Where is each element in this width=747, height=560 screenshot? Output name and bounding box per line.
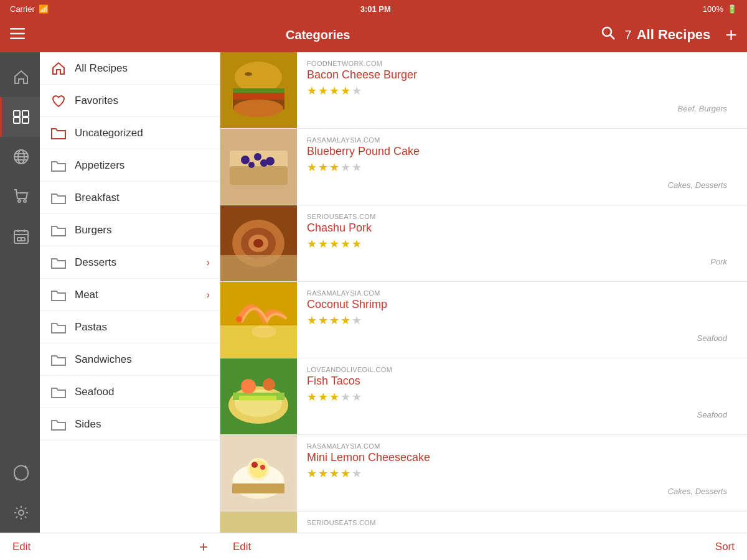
categories-panel: All Recipes Favorites Uncategorized (40, 52, 220, 533)
category-appetizers[interactable]: Appetizers (40, 149, 220, 182)
svg-rect-5 (14, 111, 20, 116)
svg-point-50 (251, 325, 276, 338)
recipe-item-mini-lemon-cheesecake[interactable]: RASAMALAYSIA.COM Mini Lemon Cheesecake ★… (220, 435, 747, 511)
category-label-seafood: Seafood (75, 386, 210, 398)
svg-line-4 (610, 35, 614, 40)
recipe-item-last[interactable]: SERIOUSEATS.COM (220, 511, 747, 533)
recipe-source-last: SERIOUSEATS.COM (307, 519, 737, 526)
sidebar-icon-sync[interactable] (0, 453, 40, 493)
category-seafood[interactable]: Seafood (40, 376, 220, 408)
category-favorites[interactable]: Favorites (40, 85, 220, 117)
recipe-item-blueberry-pound-cake[interactable]: RASAMALAYSIA.COM Blueberry Pound Cake ★ … (220, 129, 747, 205)
recipe-source-blueberry-pound-cake: RASAMALAYSIA.COM (307, 136, 658, 144)
svg-point-37 (254, 153, 261, 161)
add-recipe-button[interactable]: + (725, 24, 737, 47)
edit-recipes-button[interactable]: Edit (233, 541, 251, 553)
recipe-tags-bacon-cheese-burger: Beef, Burgers (672, 52, 747, 128)
recipe-stars-coconut-shrimp: ★ ★ ★ ★ ★ (307, 314, 662, 327)
star-4: ★ (341, 84, 350, 98)
recipe-info-coconut-shrimp: RASAMALAYSIA.COM Coconut Shrimp ★ ★ ★ ★ … (297, 282, 672, 358)
category-meat[interactable]: Meat › (40, 279, 220, 311)
svg-point-39 (248, 162, 255, 168)
category-all-recipes[interactable]: All Recipes (40, 52, 220, 85)
carrier-label: Carrier (10, 4, 35, 14)
sidebar-icon-home[interactable] (0, 57, 40, 97)
category-label-appetizers: Appetizers (75, 159, 210, 172)
svg-rect-1 (10, 33, 25, 35)
recipe-thumb-blueberry-pound-cake (220, 129, 297, 205)
recipe-count: 7 (625, 28, 632, 42)
recipe-label: All Recipes (637, 27, 711, 43)
folder-icon-appetizers (50, 157, 67, 174)
sidebar-icon-categories[interactable] (0, 97, 40, 137)
home-icon (50, 60, 67, 77)
recipe-info-bacon-cheese-burger: FOODNETWORK.COM Bacon Cheese Burger ★ ★ … (297, 52, 672, 128)
folder-icon-burgers (50, 222, 67, 239)
sidebar-icon-calendar[interactable] (0, 217, 40, 256)
battery-label: 100% (703, 4, 723, 14)
folder-icon-sandwiches (50, 351, 67, 368)
status-time: 3:01 PM (360, 4, 391, 14)
recipe-source-coconut-shrimp: RASAMALAYSIA.COM (307, 289, 662, 297)
recipe-item-fish-tacos[interactable]: LOVEANDOLIVEOIL.COM Fish Tacos ★ ★ ★ ★ ★… (220, 358, 747, 435)
category-label-uncategorized: Uncategorized (75, 127, 210, 139)
recipe-info-mini-lemon-cheesecake: RASAMALAYSIA.COM Mini Lemon Cheesecake ★… (297, 435, 668, 511)
search-button[interactable] (601, 26, 615, 44)
category-sides[interactable]: Sides (40, 408, 220, 441)
edit-categories-button[interactable]: Edit (12, 541, 31, 553)
star-5: ★ (352, 84, 362, 98)
recipe-info-chashu-pork: SERIOUSEATS.COM Chashu Pork ★ ★ ★ ★ ★ (297, 205, 672, 281)
bottom-bar-categories: Edit + (0, 533, 220, 560)
bottom-bar-recipes: Edit Sort (220, 533, 747, 560)
header-title: Categories (35, 28, 601, 42)
battery-icon: 🔋 (727, 4, 737, 14)
svg-rect-46 (220, 255, 297, 282)
recipe-stars-chashu-pork: ★ ★ ★ ★ ★ (307, 237, 662, 251)
svg-rect-6 (14, 118, 20, 123)
icon-sidebar (0, 52, 40, 533)
folder-open-icon (50, 124, 67, 142)
recipe-item-coconut-shrimp[interactable]: RASAMALAYSIA.COM Coconut Shrimp ★ ★ ★ ★ … (220, 282, 747, 358)
category-breakfast[interactable]: Breakfast (40, 182, 220, 214)
svg-rect-35 (230, 166, 288, 185)
recipe-thumb-coconut-shrimp (220, 282, 297, 358)
recipe-info-fish-tacos: LOVEANDOLIVEOIL.COM Fish Tacos ★ ★ ★ ★ ★ (297, 358, 672, 434)
svg-point-49 (236, 316, 242, 322)
svg-point-3 (603, 27, 611, 36)
recipe-title-bacon-cheese-burger: Bacon Cheese Burger (307, 68, 662, 82)
menu-button[interactable] (10, 27, 35, 43)
folder-icon-seafood (50, 383, 67, 401)
folder-icon-pastas (50, 319, 67, 336)
star-1: ★ (307, 84, 317, 98)
add-category-button[interactable]: + (199, 538, 208, 556)
category-uncategorized[interactable]: Uncategorized (40, 117, 220, 149)
category-label-favorites: Favorites (75, 95, 210, 107)
recipe-stars-fish-tacos: ★ ★ ★ ★ ★ (307, 390, 662, 404)
category-label-burgers: Burgers (75, 224, 210, 236)
chevron-right-icon-desserts: › (207, 257, 210, 268)
category-sandwiches[interactable]: Sandwiches (40, 343, 220, 376)
category-pastas[interactable]: Pastas (40, 311, 220, 343)
category-label-meat: Meat (75, 289, 207, 301)
sidebar-icon-settings[interactable] (0, 493, 40, 533)
category-label-pastas: Pastas (75, 321, 210, 334)
svg-point-65 (260, 465, 265, 470)
recipe-item-chashu-pork[interactable]: SERIOUSEATS.COM Chashu Pork ★ ★ ★ ★ ★ Po… (220, 205, 747, 282)
recipe-stars-bacon-cheese-burger: ★ ★ ★ ★ ★ (307, 84, 662, 98)
category-desserts[interactable]: Desserts › (40, 246, 220, 279)
recipe-tags-mini-lemon-cheesecake: Cakes, Desserts (668, 435, 747, 511)
sidebar-icon-globe[interactable] (0, 137, 40, 177)
recipe-title-coconut-shrimp: Coconut Shrimp (307, 298, 662, 311)
category-burgers[interactable]: Burgers (40, 214, 220, 246)
svg-point-55 (241, 379, 256, 394)
recipe-item-bacon-cheese-burger[interactable]: FOODNETWORK.COM Bacon Cheese Burger ★ ★ … (220, 52, 747, 129)
category-label-sandwiches: Sandwiches (75, 353, 210, 366)
sidebar-icon-cart[interactable] (0, 177, 40, 217)
category-label-breakfast: Breakfast (75, 192, 210, 204)
status-right: 100% 🔋 (703, 4, 737, 14)
svg-point-36 (241, 156, 250, 164)
chevron-right-icon-meat: › (207, 289, 210, 301)
heart-icon (50, 92, 67, 110)
sort-recipes-button[interactable]: Sort (715, 541, 735, 553)
svg-rect-57 (239, 396, 276, 401)
